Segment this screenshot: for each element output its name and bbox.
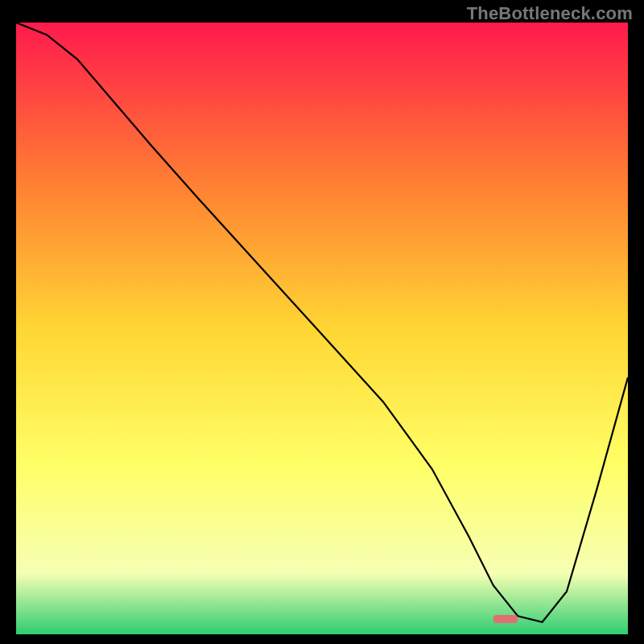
watermark-text: TheBottleneck.com (467, 3, 633, 24)
plot-area (16, 23, 628, 634)
gradient-background (16, 23, 628, 634)
chart-svg (16, 23, 628, 634)
marker-pill (493, 615, 518, 623)
chart-frame: TheBottleneck.com (0, 0, 644, 644)
